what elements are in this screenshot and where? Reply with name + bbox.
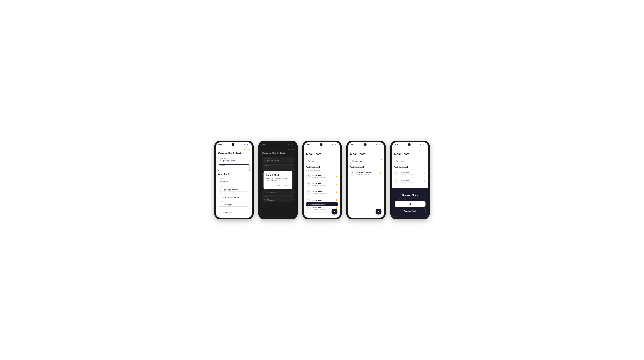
toast-text-3: Mock upload success. xyxy=(310,203,325,205)
attendant-hint-3: 7 students attendant xyxy=(304,169,340,172)
phone-4: 16:02 ⚙ ᵮ ▐▐ 🔋 ‹ Mock Tests 🔍 operating … xyxy=(346,140,386,220)
sheet-no-button-5[interactable]: NO xyxy=(394,201,426,206)
item-subtitle-3-4: 4 students attendant xyxy=(312,208,334,210)
delete-icon-4-0[interactable]: 🗑 xyxy=(380,172,382,174)
delete-icon-3-0[interactable]: 🗑 xyxy=(336,175,338,178)
sheet-text-5: Are you sure you want to delete this moc… xyxy=(396,198,424,200)
phone-1: 15:53 ⚙ ᵮ ▐▐ 🔋 ‹ Submit Create Mock Test… xyxy=(214,140,254,220)
delete-icon-5-0[interactable]: 🗑 xyxy=(424,172,426,174)
option-4-field[interactable]: Option 4 D. I/O process xyxy=(218,208,250,214)
item-info-3-4: Mock test 1 4 students attendant xyxy=(312,206,334,210)
delete-icon-3-2[interactable]: 🗑 xyxy=(336,191,338,194)
phone-5-screen: 16:14 ⚙ ᵮ ▐▐ 🔋 ‹ Mock Tests 🔍 Search Tes… xyxy=(392,142,428,218)
search-bar-4[interactable]: 🔍 operating xyxy=(350,159,382,164)
toast-3: Mock upload success. xyxy=(306,202,338,206)
dialog-yes-button[interactable]: YES xyxy=(284,184,290,187)
item-icon-3-4: ☰ xyxy=(306,206,311,211)
status-bar-4: 16:02 ⚙ ᵮ ▐▐ 🔋 xyxy=(348,142,384,146)
search-bar-3[interactable]: 🔍 Search xyxy=(306,159,338,164)
nav-bar-4: ‹ xyxy=(348,146,384,152)
search-value-4[interactable]: operating xyxy=(355,160,362,162)
sheet-remove-button-5[interactable]: Remove Mock xyxy=(394,208,426,214)
bottom-sheet-5: Remove Mock Are you sure you want to del… xyxy=(392,188,428,218)
item-subtitle-4-0: 0 students attendant xyxy=(356,174,378,175)
item-info-5-0: Mock test 1 7 students attendant xyxy=(400,172,422,175)
search-icon-5: 🔍 xyxy=(396,160,398,162)
submit-dialog: Submit Mock Are you sure you want to add… xyxy=(264,171,292,189)
nav-bar-3: ‹ xyxy=(304,146,340,152)
delete-icon-3-3[interactable]: 🗑 xyxy=(336,199,338,202)
item-title-3-4: Mock test 1 xyxy=(312,206,334,208)
item-subtitle-3-1: 4 students attendant xyxy=(312,184,334,186)
page-title-area-4: Mock Tests xyxy=(348,152,384,158)
screen-content-1: Create Mock Test Mock Title T Operating … xyxy=(216,152,252,218)
status-bar-5: 16:14 ⚙ ᵮ ▐▐ 🔋 xyxy=(392,142,428,146)
item-title-4-0: Operating System xyxy=(356,172,378,174)
fab-4[interactable]: + xyxy=(376,208,382,214)
close-question-icon-1[interactable]: ✕ xyxy=(248,173,250,176)
item-info-3-0: Mock test 2 3 students attendant xyxy=(312,174,334,178)
mock-title-group-1: Mock Title T Operating System xyxy=(218,157,250,163)
option-3-value: C. Multi-process xyxy=(220,204,248,206)
page-title-1: Create Mock Test xyxy=(218,152,250,155)
list-item-5-0[interactable]: ☰ Mock test 1 7 students attendant 🗑 xyxy=(392,169,428,177)
search-icon-3: 🔍 xyxy=(308,160,310,162)
phone-3: 16:00 ⚙ ᵮ ▐▐ 🔋 ‹ Mock Tests 🔍 Search Tes… xyxy=(302,140,342,220)
duration-value-1: 60 xyxy=(222,168,224,170)
list-item-5-1[interactable]: ☰ Mock test 2 3 students attendant 🗑 xyxy=(392,177,428,186)
list-item-3-0[interactable]: ☰ Mock test 2 3 students attendant 🗑 xyxy=(304,172,340,180)
dialog-text: Are you sure you want to add this Mock t… xyxy=(266,178,290,181)
back-button-5[interactable]: ‹ xyxy=(394,148,398,151)
dialog-no-button[interactable]: NO xyxy=(276,184,281,187)
list-item-3-1[interactable]: ☰ Mock test 3 4 students attendant 🗑 xyxy=(304,180,340,188)
phone-4-screen: 16:02 ⚙ ᵮ ▐▐ 🔋 ‹ Mock Tests 🔍 operating … xyxy=(348,142,384,218)
page-title-area-3: Mock Tests xyxy=(304,152,340,158)
item-subtitle-5-1: 3 students attendant xyxy=(400,182,422,183)
item-info-3-3: Mock test 5 xyxy=(312,200,334,201)
time-1: 15:53 xyxy=(218,144,222,145)
delete-icon-5-1[interactable]: 🗑 xyxy=(424,180,426,183)
option-2-field[interactable]: Option 2 B. Heavy weight process xyxy=(218,193,250,199)
nav-bar-1: ‹ Submit xyxy=(216,146,252,152)
status-icons-5: ⚙ ᵮ ▐▐ 🔋 xyxy=(420,144,426,145)
phones-container: 15:53 ⚙ ᵮ ▐▐ 🔋 ‹ Submit Create Mock Test… xyxy=(214,140,430,220)
notch-1 xyxy=(232,143,234,146)
list-item-3-2[interactable]: ☰ Mock test 4 3 students attendant 🗑 xyxy=(304,188,340,196)
section-label-4: Test Conducted xyxy=(348,166,384,169)
item-title-5-1: Mock test 2 xyxy=(400,180,422,182)
notch-4 xyxy=(364,143,366,146)
item-icon-3-0: ☰ xyxy=(306,174,311,178)
time-4: 16:02 xyxy=(350,144,354,145)
question-field-1[interactable]: Question Thread is a xyxy=(218,177,250,184)
phone-1-screen: 15:53 ⚙ ᵮ ▐▐ 🔋 ‹ Submit Create Mock Test… xyxy=(216,142,252,218)
duration-input-1[interactable]: Duration ⏱ 60 xyxy=(218,164,250,171)
search-placeholder-5: Search xyxy=(400,160,405,162)
submit-button-1[interactable]: Submit xyxy=(244,148,250,150)
page-title-4: Mock Tests xyxy=(350,152,382,156)
fab-3[interactable]: + xyxy=(332,208,338,214)
phone-2-screen: 16:00 ⚙ ᵮ ▐▐ 🔋 ‹ Submit Create Mock Test… xyxy=(260,142,296,218)
back-button-3[interactable]: ‹ xyxy=(306,148,310,151)
item-title-3-1: Mock test 3 xyxy=(312,182,334,184)
back-button-4[interactable]: ‹ xyxy=(350,148,354,151)
search-bar-5[interactable]: 🔍 Search xyxy=(394,159,426,164)
item-icon-3-1: ☰ xyxy=(306,182,311,186)
list-item-4-0[interactable]: ☰ Operating System 0 students attendant … xyxy=(348,169,384,177)
delete-icon-3-1[interactable]: 🗑 xyxy=(336,183,338,186)
phone-2: 16:00 ⚙ ᵮ ▐▐ 🔋 ‹ Submit Create Mock Test… xyxy=(258,140,298,220)
option-2-value: B. Heavy weight process xyxy=(220,196,248,198)
page-title-3: Mock Tests xyxy=(306,152,338,156)
duration-label-1: Duration xyxy=(220,165,225,166)
status-bar-3: 16:00 ⚙ ᵮ ▐▐ 🔋 xyxy=(304,142,340,146)
back-button-1[interactable]: ‹ xyxy=(218,148,222,151)
notch-5 xyxy=(408,143,410,146)
status-bar-1: 15:53 ⚙ ᵮ ▐▐ 🔋 xyxy=(216,142,252,146)
mock-title-label-1: Mock Title xyxy=(220,158,226,159)
option-1-field[interactable]: Option 1 A. Light weight process xyxy=(218,185,250,192)
item-title-3-0: Mock test 2 xyxy=(312,174,334,176)
item-subtitle-3-2: 3 students attendant xyxy=(312,192,334,194)
option-3-field[interactable]: Option 3 C. Multi-process xyxy=(218,200,250,206)
nav-bar-5: ‹ xyxy=(392,146,428,152)
item-subtitle-3-0: 3 students attendant xyxy=(312,176,334,178)
page-title-area-5: Mock Tests xyxy=(392,152,428,158)
